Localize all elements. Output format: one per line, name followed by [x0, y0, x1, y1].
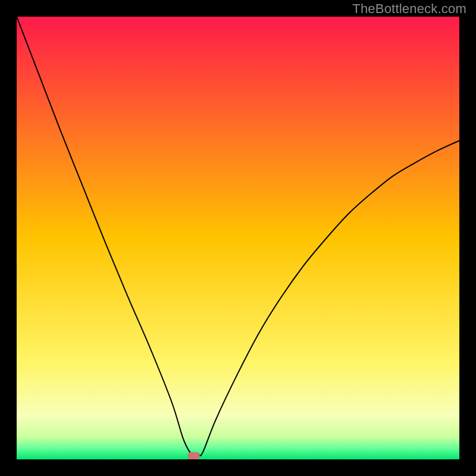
plot-area [17, 17, 459, 459]
gradient-background [17, 17, 459, 459]
chart-frame: TheBottleneck.com [0, 0, 476, 476]
plot-svg [17, 17, 459, 459]
optimal-point-marker [188, 452, 200, 459]
watermark-text: TheBottleneck.com [352, 1, 466, 17]
